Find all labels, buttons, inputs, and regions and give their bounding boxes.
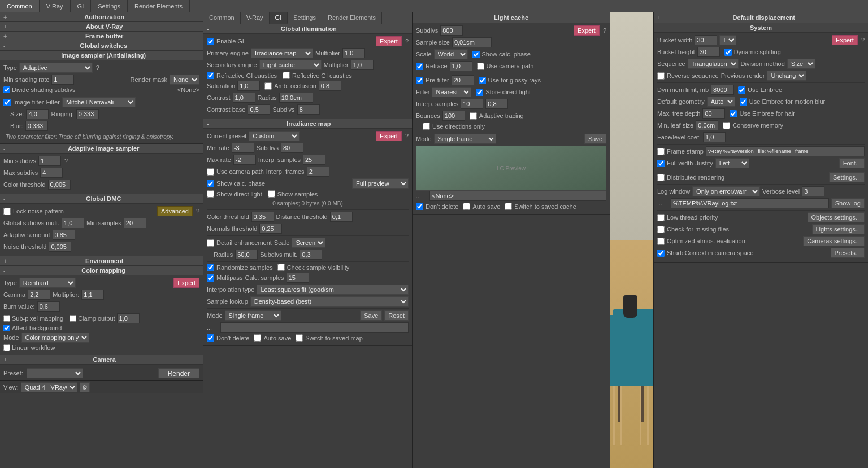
irradiance-question-icon[interactable]: ? — [405, 133, 409, 139]
use-embree-motion-blur-checkbox[interactable] — [740, 98, 747, 106]
ir-subdivs-input[interactable] — [281, 143, 303, 153]
min-rate-input[interactable] — [232, 143, 254, 153]
show-direct-light-ir-checkbox[interactable] — [207, 190, 214, 198]
lc-use-camera-path-checkbox[interactable] — [477, 63, 484, 70]
amb-occlusion-checkbox[interactable] — [264, 82, 272, 90]
min-leaf-size-input[interactable] — [696, 120, 718, 130]
max-subdivs-input[interactable] — [40, 168, 63, 178]
gi-question-icon[interactable]: ? — [405, 38, 409, 45]
de-radius-input[interactable] — [235, 250, 258, 260]
center-tab-common[interactable]: Common — [203, 12, 241, 24]
environment-section-header[interactable]: + Environment — [0, 256, 203, 266]
shade-context-checkbox[interactable] — [657, 250, 665, 257]
check-missing-files-checkbox[interactable] — [657, 226, 665, 233]
previous-render-dropdown[interactable]: Unchange — [767, 71, 806, 81]
cm-expert-button[interactable]: Expert — [173, 278, 199, 288]
color-mapping-section-header[interactable]: - Color mapping — [0, 266, 203, 275]
interp-samples-input[interactable] — [303, 155, 326, 165]
contrast-base-input[interactable] — [248, 104, 270, 115]
log-path-input[interactable] — [671, 198, 829, 208]
lc-use-glossy-rays-checkbox[interactable] — [479, 77, 486, 84]
sub-pixel-checkbox[interactable] — [3, 315, 10, 322]
divide-shading-checkbox[interactable] — [3, 86, 10, 93]
min-shading-input[interactable] — [51, 75, 74, 85]
lc-retrace-checkbox[interactable] — [416, 63, 423, 70]
calc-phase-dropdown[interactable]: Full preview — [352, 178, 409, 189]
distance-thresh-input[interactable] — [330, 212, 353, 222]
gi-multiplier-input[interactable] — [342, 48, 365, 58]
current-preset-dropdown[interactable]: Custom — [249, 131, 300, 141]
tab-vray[interactable]: V-Ray — [40, 0, 71, 12]
view-dropdown[interactable]: Quad 4 - VRayC — [21, 382, 77, 392]
color-thresh-ir-input[interactable] — [251, 212, 274, 222]
image-sampler-section-header[interactable]: - Image sampler (Antialiasing) — [0, 51, 203, 60]
distributed-rendering-checkbox[interactable] — [657, 174, 665, 181]
about-vray-section-header[interactable]: + About V-Ray — [0, 22, 203, 32]
lc-pre-filter-checkbox[interactable] — [416, 77, 423, 84]
lc-subdivs-input[interactable] — [440, 25, 463, 36]
ir-dont-delete-checkbox[interactable] — [207, 334, 214, 342]
bucket-height-input[interactable] — [697, 47, 720, 57]
burn-input[interactable] — [37, 301, 60, 312]
lc-bounces-input[interactable] — [442, 111, 465, 121]
gamma-input[interactable] — [28, 290, 50, 300]
de-subdivs-mult-input[interactable] — [300, 250, 322, 260]
default-geom-dropdown[interactable]: Auto — [707, 97, 735, 107]
dynamic-splitting-checkbox[interactable] — [724, 49, 732, 56]
irradiance-map-section-header[interactable]: - Irradiance map — [203, 119, 412, 129]
color-thresh-input[interactable] — [48, 180, 71, 190]
ir-path-input[interactable] — [220, 322, 409, 333]
global-dmc-section-header[interactable]: - Global DMC — [0, 194, 203, 204]
adaptive-sampler-section-header[interactable]: - Adaptive image sampler — [0, 144, 203, 154]
lc-path-input[interactable] — [429, 191, 606, 201]
reverse-sequence-checkbox[interactable] — [657, 72, 665, 80]
frame-stamp-input[interactable] — [706, 146, 865, 156]
lc-scale-dropdown[interactable]: World — [434, 49, 468, 59]
lc-retrace-input[interactable] — [450, 61, 472, 71]
calc-samples-input[interactable] — [287, 273, 309, 283]
use-camera-path-ir-checkbox[interactable] — [207, 168, 214, 176]
log-window-dropdown[interactable]: Only on error/warr — [692, 186, 760, 196]
cm-multiplier-input[interactable] — [81, 290, 104, 300]
division-method-dropdown[interactable]: Size — [787, 59, 815, 69]
distributed-settings-button[interactable]: Settings... — [829, 172, 865, 182]
camera-section-header[interactable]: + Camera — [0, 355, 203, 365]
blur-input[interactable] — [25, 121, 48, 131]
sample-lookup-dropdown[interactable]: Density-based (best) — [250, 296, 409, 307]
center-tab-settings[interactable]: Settings — [288, 12, 322, 24]
ringing-input[interactable] — [76, 109, 99, 119]
objects-settings-button[interactable]: Objects settings... — [808, 212, 865, 222]
image-filter-checkbox[interactable] — [3, 99, 11, 106]
tab-settings[interactable]: Settings — [91, 0, 128, 12]
amb-occlusion-input[interactable] — [319, 81, 341, 91]
affect-bg-checkbox[interactable] — [3, 325, 10, 331]
size-input[interactable] — [26, 109, 49, 119]
interp-frames-input[interactable] — [307, 167, 329, 177]
clamp-value-input[interactable] — [117, 313, 140, 323]
lc-auto-save-checkbox[interactable] — [463, 203, 470, 210]
lc-switch-checkbox[interactable] — [505, 203, 512, 210]
advanced-question-icon[interactable]: ? — [196, 208, 199, 215]
type-dropdown[interactable]: Adaptive — [19, 63, 93, 73]
lc-interp-samples2-input[interactable] — [485, 99, 508, 109]
ir-mode-dropdown[interactable]: Single frame — [225, 310, 281, 321]
randomize-samples-checkbox[interactable] — [207, 264, 214, 271]
lc-expert-button[interactable]: Expert — [574, 25, 600, 36]
lc-pre-filter-input[interactable] — [452, 75, 474, 85]
use-embree-checkbox[interactable] — [738, 86, 745, 94]
lc-mode-dropdown[interactable]: Single frame — [434, 134, 496, 144]
presets-button[interactable]: Presets... — [831, 248, 865, 258]
irradiance-expert-button[interactable]: Expert — [376, 131, 402, 141]
preset-dropdown[interactable]: --------------- — [27, 368, 83, 378]
tab-render-elements[interactable]: Render Elements — [128, 0, 190, 12]
primary-engine-dropdown[interactable]: Irradiance map — [251, 48, 313, 58]
cm-type-dropdown[interactable]: Reinhard — [19, 278, 76, 288]
ir-save-button[interactable]: Save — [360, 310, 382, 321]
multipass-checkbox[interactable] — [207, 274, 214, 282]
justify-dropdown[interactable]: Left — [715, 158, 749, 168]
normals-thresh-input[interactable] — [259, 224, 282, 234]
lc-adaptive-tracing-checkbox[interactable] — [470, 112, 477, 120]
max-tree-depth-input[interactable] — [702, 108, 725, 119]
show-calc-phase-ir-checkbox[interactable] — [207, 180, 214, 187]
filter-dropdown[interactable]: Mitchell-Netravali — [62, 97, 136, 107]
